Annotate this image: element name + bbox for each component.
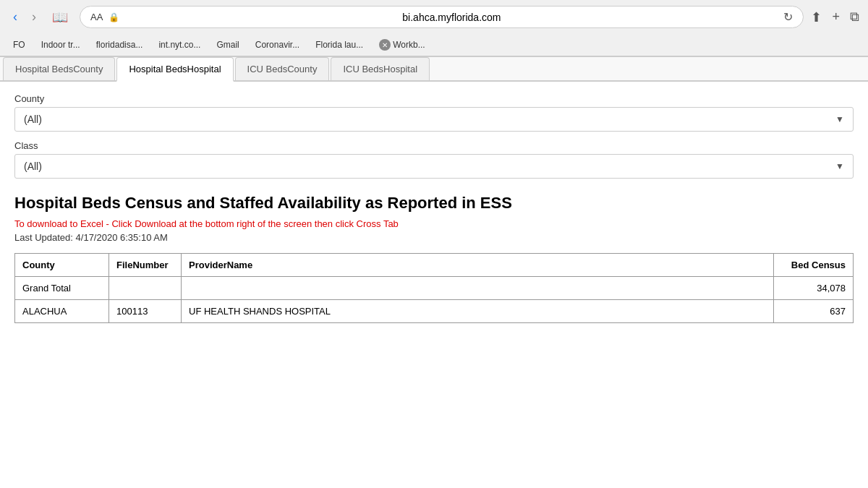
class-filter-label: Class bbox=[14, 140, 854, 151]
cell-filenumber: 100113 bbox=[109, 299, 182, 322]
table-header-row: County FileNumber ProviderName Bed Censu… bbox=[15, 253, 854, 276]
nav-buttons: ‹ › bbox=[9, 8, 41, 26]
report-title: Hospital Beds Census and Staffed Availab… bbox=[14, 193, 854, 214]
report-last-updated: Last Updated: 4/17/2020 6:35:10 AM bbox=[14, 232, 854, 243]
browser-toolbar: ‹ › 📖 AA 🔒 bi.ahca.myflorida.com ↻ ⬆ + ⧉ bbox=[0, 0, 868, 34]
county-filter-chevron-icon: ▼ bbox=[835, 114, 844, 124]
cell-filenumber bbox=[109, 276, 182, 299]
county-filter-value: (All) bbox=[24, 114, 42, 125]
bookmarks-button[interactable]: 📖 bbox=[48, 8, 72, 27]
tab-hospital-beds-county[interactable]: Hospital BedsCounty bbox=[3, 57, 115, 80]
bookmark-workbook-label: Workb... bbox=[393, 40, 425, 50]
reload-button[interactable]: ↻ bbox=[783, 10, 793, 24]
main-content: County (All) ▼ Class (All) ▼ Hospital Be… bbox=[0, 82, 868, 335]
lock-icon: 🔒 bbox=[109, 12, 119, 22]
county-filter-label: County bbox=[14, 93, 854, 104]
report-section: Hospital Beds Census and Staffed Availab… bbox=[14, 193, 854, 323]
browser-chrome: ‹ › 📖 AA 🔒 bi.ahca.myflorida.com ↻ ⬆ + ⧉… bbox=[0, 0, 868, 57]
bookmarks-bar: FO Indoor tr... floridadisa... int.nyt.c… bbox=[0, 34, 868, 56]
report-download-note: To download to Excel - Click Download at… bbox=[14, 218, 854, 229]
url-text: bi.ahca.myflorida.com bbox=[125, 12, 778, 23]
table-row: Grand Total 34,078 bbox=[15, 276, 854, 299]
share-button[interactable]: ⬆ bbox=[811, 9, 822, 25]
class-filter-chevron-icon: ▼ bbox=[835, 161, 844, 171]
data-table: County FileNumber ProviderName Bed Censu… bbox=[14, 253, 854, 323]
bookmark-florida-lau[interactable]: Florida lau... bbox=[308, 38, 370, 52]
class-filter-value: (All) bbox=[24, 160, 42, 172]
bookmark-nyt[interactable]: int.nyt.co... bbox=[151, 38, 208, 52]
forward-button[interactable]: › bbox=[27, 8, 41, 26]
toolbar-actions: ⬆ + ⧉ bbox=[811, 9, 859, 25]
bookmark-close-icon[interactable]: ✕ bbox=[379, 39, 391, 51]
bookmark-gmail[interactable]: Gmail bbox=[209, 38, 246, 52]
bookmark-indoor[interactable]: Indoor tr... bbox=[34, 38, 88, 52]
county-filter-select[interactable]: (All) ▼ bbox=[14, 107, 854, 132]
aa-text: AA bbox=[90, 12, 103, 22]
back-button[interactable]: ‹ bbox=[9, 8, 22, 26]
col-header-filenumber: FileNumber bbox=[109, 253, 182, 276]
col-header-bedcensus: Bed Census bbox=[774, 253, 854, 276]
tab-hospital-beds-hospital[interactable]: Hospital BedsHospital bbox=[116, 57, 233, 82]
col-header-provider: ProviderName bbox=[182, 253, 774, 276]
cell-provider: UF HEALTH SHANDS HOSPITAL bbox=[182, 299, 774, 322]
tab-switcher-button[interactable]: ⧉ bbox=[850, 9, 859, 25]
bookmark-workbook[interactable]: ✕ Workb... bbox=[372, 37, 432, 53]
class-filter-select[interactable]: (All) ▼ bbox=[14, 154, 854, 179]
class-filter-section: Class (All) ▼ bbox=[14, 140, 854, 179]
cell-bedcensus: 637 bbox=[774, 299, 854, 322]
tab-icu-beds-hospital[interactable]: ICU BedsHospital bbox=[331, 57, 430, 80]
county-filter-section: County (All) ▼ bbox=[14, 93, 854, 132]
tab-icu-beds-county[interactable]: ICU BedsCounty bbox=[235, 57, 330, 80]
table-row: ALACHUA 100113 UF HEALTH SHANDS HOSPITAL… bbox=[15, 299, 854, 322]
cell-provider bbox=[182, 276, 774, 299]
address-bar[interactable]: AA 🔒 bi.ahca.myflorida.com ↻ bbox=[80, 6, 804, 28]
col-header-county: County bbox=[15, 253, 109, 276]
bookmark-fo[interactable]: FO bbox=[6, 38, 33, 52]
page-tabs: Hospital BedsCounty Hospital BedsHospita… bbox=[0, 57, 868, 82]
cell-county: ALACHUA bbox=[15, 299, 109, 322]
add-tab-button[interactable]: + bbox=[832, 9, 840, 25]
bookmark-coronavirus[interactable]: Coronavir... bbox=[248, 38, 307, 52]
cell-county: Grand Total bbox=[15, 276, 109, 299]
cell-bedcensus: 34,078 bbox=[774, 276, 854, 299]
bookmark-floridadisa[interactable]: floridadisa... bbox=[89, 38, 150, 52]
